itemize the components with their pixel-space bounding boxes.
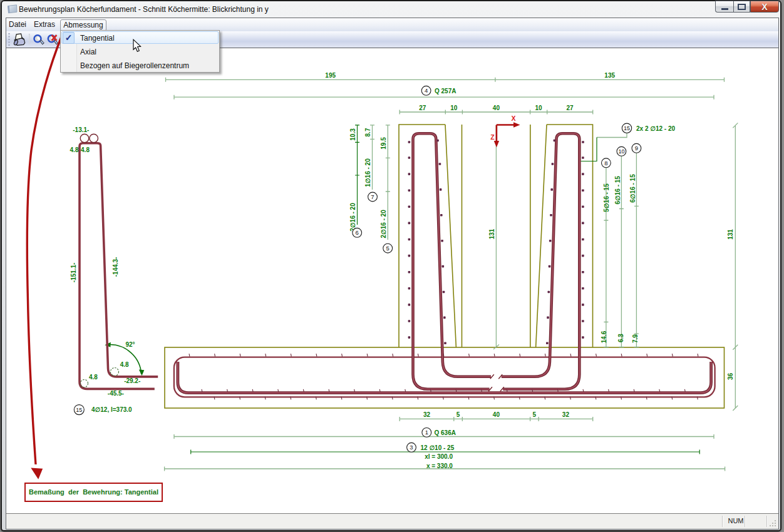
svg-text:8: 8 (604, 160, 607, 166)
svg-text:5: 5 (456, 411, 460, 418)
svg-text:40: 40 (493, 105, 500, 111)
svg-text:40: 40 (493, 411, 500, 418)
svg-text:6.3: 6.3 (617, 334, 624, 342)
svg-text:32: 32 (423, 411, 431, 418)
svg-text:14.6: 14.6 (601, 330, 607, 343)
svg-text:Q 257A: Q 257A (435, 88, 456, 95)
svg-text:Q 636A: Q 636A (435, 429, 456, 436)
svg-text:1: 1 (425, 429, 428, 436)
svg-text:135: 135 (604, 72, 615, 79)
svg-text:x = 330.0: x = 330.0 (426, 463, 453, 469)
svg-text:5∅16 - 15: 5∅16 - 15 (603, 183, 610, 212)
svg-text:4∅12, l=373.0: 4∅12, l=373.0 (91, 406, 132, 413)
svg-text:131: 131 (727, 229, 734, 240)
svg-text:36: 36 (727, 373, 734, 381)
svg-text:2∅16 - 20: 2∅16 - 20 (380, 210, 387, 238)
svg-text:4.8: 4.8 (70, 146, 79, 153)
svg-text:8.7: 8.7 (364, 128, 371, 136)
svg-text:92°: 92° (125, 341, 135, 348)
svg-text:6∅16 - 15: 6∅16 - 15 (614, 176, 621, 205)
svg-text:15: 15 (76, 407, 82, 413)
svg-text:6∅16 - 15: 6∅16 - 15 (629, 174, 636, 203)
svg-text:-144.3-: -144.3- (112, 257, 119, 277)
svg-text:10.3: 10.3 (349, 128, 356, 141)
svg-text:10: 10 (618, 148, 624, 155)
svg-text:4.8: 4.8 (89, 374, 98, 381)
svg-text:10: 10 (535, 105, 542, 111)
svg-text:-45.5-: -45.5- (108, 390, 124, 397)
svg-text:Z: Z (490, 133, 495, 141)
svg-text:-151.1-: -151.1- (70, 263, 77, 283)
svg-text:32: 32 (562, 411, 570, 418)
svg-text:195: 195 (325, 72, 336, 79)
svg-text:-13.1-: -13.1- (73, 126, 89, 133)
svg-text:4.8: 4.8 (81, 146, 90, 153)
svg-text:10: 10 (450, 105, 458, 111)
svg-text:19.5: 19.5 (380, 137, 387, 150)
svg-text:9: 9 (635, 145, 638, 151)
svg-text:7.9: 7.9 (632, 334, 639, 343)
svg-text:6: 6 (356, 229, 359, 236)
svg-text:7: 7 (371, 193, 374, 200)
svg-text:2∅16 - 20: 2∅16 - 20 (349, 203, 356, 232)
svg-text:131: 131 (488, 228, 495, 239)
svg-text:-29.2-: -29.2- (124, 377, 140, 384)
svg-text:27: 27 (419, 105, 426, 111)
svg-text:3: 3 (410, 444, 413, 451)
svg-text:4: 4 (425, 87, 428, 94)
svg-text:12 ∅10 - 25: 12 ∅10 - 25 (421, 444, 455, 451)
svg-text:27: 27 (566, 105, 574, 111)
svg-text:2x 2 ∅12 - 20: 2x 2 ∅12 - 20 (636, 125, 676, 132)
svg-text:5: 5 (386, 245, 389, 252)
svg-text:1∅16 - 20: 1∅16 - 20 (364, 158, 371, 187)
svg-text:4.8: 4.8 (120, 361, 129, 368)
svg-text:15: 15 (624, 125, 630, 131)
svg-text:xl = 300.0: xl = 300.0 (425, 453, 453, 460)
svg-text:X: X (511, 115, 515, 122)
svg-text:5: 5 (532, 411, 536, 418)
